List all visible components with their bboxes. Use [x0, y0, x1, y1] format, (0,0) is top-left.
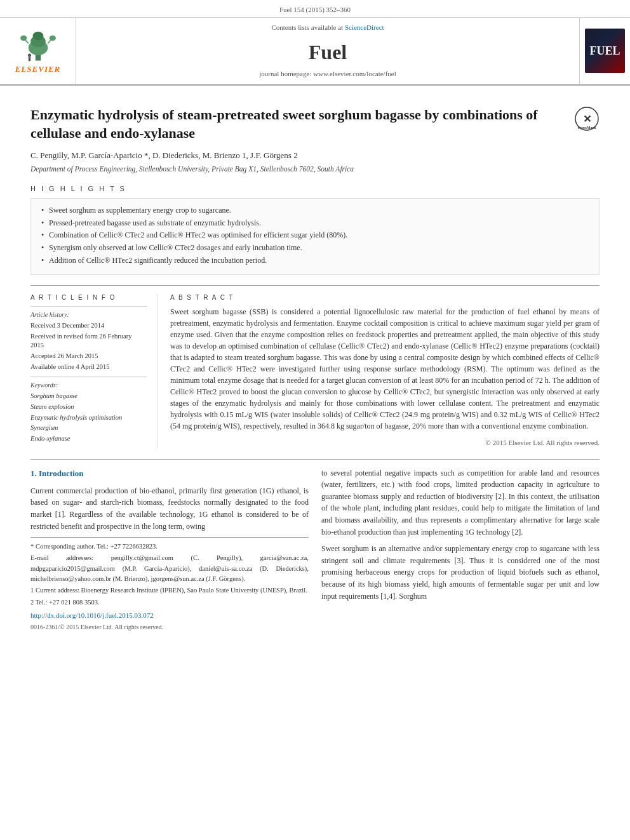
keywords-label: Keywords:: [30, 381, 147, 390]
abstract-col: A B S T R A C T Sweet sorghum bagasse (S…: [170, 293, 600, 449]
highlight-item-4: Synergism only observed at low Cellic® C…: [41, 243, 589, 253]
available-date: Available online 4 April 2015: [30, 363, 147, 372]
intro-col1-para: Current commercial production of bio-eth…: [30, 485, 309, 532]
issn-line: 0016-2361/© 2015 Elsevier Ltd. All right…: [30, 622, 309, 632]
science-direct-line: Contents lists available at ScienceDirec…: [271, 23, 384, 32]
keywords-list: Sorghum bagasse Steam explosion Enzymati…: [30, 392, 147, 443]
copyright-line: © 2015 Elsevier Ltd. All rights reserved…: [170, 438, 600, 448]
elsevier-logo-container: ELSEVIER: [0, 18, 76, 84]
intro-col2-para2: Sweet sorghum is an alternative and/or s…: [321, 543, 600, 602]
fuel-logo-container: FUEL: [579, 18, 630, 84]
elsevier-text: ELSEVIER: [15, 63, 61, 75]
highlight-item-2: Pressed-pretreated bagasse used as subst…: [41, 218, 589, 229]
main-content: Enzymatic hydrolysis of steam-pretreated…: [0, 86, 630, 643]
article-title: Enzymatic hydrolysis of steam-pretreated…: [30, 106, 574, 142]
revised-date: Received in revised form 26 February 201…: [30, 332, 147, 350]
abstract-label: A B S T R A C T: [170, 293, 600, 302]
keyword-4: Synergism: [30, 423, 147, 433]
highlights-label: H I G H L I G H T S: [30, 184, 600, 194]
doi-anchor[interactable]: http://dx.doi.org/10.1016/j.fuel.2015.03…: [30, 611, 154, 619]
keyword-2: Steam explosion: [30, 403, 147, 412]
highlight-item-1: Sweet sorghum as supplementary energy cr…: [41, 205, 589, 216]
abstract-text: Sweet sorghum bagasse (SSB) is considere…: [170, 306, 600, 432]
svg-point-3: [32, 31, 43, 40]
svg-point-7: [20, 35, 27, 40]
info-abstract-row: A R T I C L E I N F O Article history: R…: [30, 285, 600, 449]
doi-link[interactable]: http://dx.doi.org/10.1016/j.fuel.2015.03…: [30, 610, 309, 621]
footnote1: 1 Current address: Bioenergy Research In…: [30, 585, 309, 596]
highlight-item-3: Combination of Cellic® CTec2 and Cellic®…: [41, 230, 589, 241]
journal-header: Fuel 154 (2015) 352–360: [0, 0, 630, 86]
body-col-right: to several potential negative impacts su…: [321, 467, 600, 634]
email-label: E-mail addresses:: [30, 554, 93, 561]
journal-title: Fuel: [309, 38, 347, 67]
highlights-list: Sweet sorghum as supplementary energy cr…: [41, 205, 589, 266]
article-info: A R T I C L E I N F O Article history: R…: [30, 293, 158, 449]
affiliation: Department of Process Engineering, Stell…: [30, 164, 600, 174]
header-inner: ELSEVIER Contents lists available at Sci…: [0, 17, 630, 84]
article-info-label: A R T I C L E I N F O: [30, 293, 147, 302]
article-title-row: Enzymatic hydrolysis of steam-pretreated…: [30, 106, 600, 142]
svg-point-4: [27, 53, 30, 57]
journal-ref: Fuel 154 (2015) 352–360: [0, 5, 630, 15]
highlight-item-5: Addition of Cellic® HTec2 significantly …: [41, 255, 589, 266]
svg-text:CrossMark: CrossMark: [577, 126, 596, 130]
fuel-logo-text: FUEL: [589, 43, 620, 59]
history-section: Article history: Received 3 December 201…: [30, 306, 147, 371]
science-direct-link[interactable]: ScienceDirect: [345, 23, 384, 31]
body-two-col: 1. Introduction Current commercial produ…: [30, 467, 600, 634]
authors-text: C. Pengilly, M.P. García-Aparicio *, D. …: [30, 150, 298, 160]
elsevier-tree-icon: [16, 27, 60, 62]
authors: C. Pengilly, M.P. García-Aparicio *, D. …: [30, 150, 600, 161]
highlights-box: Sweet sorghum as supplementary energy cr…: [30, 198, 600, 275]
accepted-date: Accepted 26 March 2015: [30, 352, 147, 361]
section-divider: [30, 459, 600, 460]
corresponding-author: * Corresponding author. Tel.: +27 722663…: [30, 542, 309, 552]
footnote2: 2 Tel.: +27 021 808 3503.: [30, 597, 309, 608]
page: Fuel 154 (2015) 352–360: [0, 0, 630, 840]
intro-heading: 1. Introduction: [30, 467, 309, 480]
keyword-3: Enzymatic hydrolysis optimisation: [30, 413, 147, 423]
journal-homepage: journal homepage: www.elsevier.com/locat…: [259, 69, 396, 79]
crossmark-icon: ✕ CrossMark: [574, 106, 600, 131]
keyword-1: Sorghum bagasse: [30, 392, 147, 401]
body-col-left: 1. Introduction Current commercial produ…: [30, 467, 309, 634]
footnotes: * Corresponding author. Tel.: +27 722663…: [30, 537, 309, 632]
svg-rect-5: [28, 57, 30, 61]
intro-col2-para1: to several potential negative impacts su…: [321, 467, 600, 538]
keyword-5: Endo-xylanase: [30, 434, 147, 444]
science-direct-prefix: Contents lists available at: [271, 23, 343, 31]
history-label: Article history:: [30, 310, 147, 319]
email-addresses: E-mail addresses: pengilly.ct@gmail.com …: [30, 553, 309, 584]
header-center: Contents lists available at ScienceDirec…: [76, 18, 579, 84]
elsevier-logo: ELSEVIER: [15, 27, 61, 75]
svg-point-9: [49, 35, 55, 40]
received-date: Received 3 December 2014: [30, 321, 147, 331]
keywords-section: Keywords: Sorghum bagasse Steam explosio…: [30, 377, 147, 443]
svg-text:✕: ✕: [583, 114, 591, 124]
fuel-logo: FUEL: [585, 29, 625, 73]
